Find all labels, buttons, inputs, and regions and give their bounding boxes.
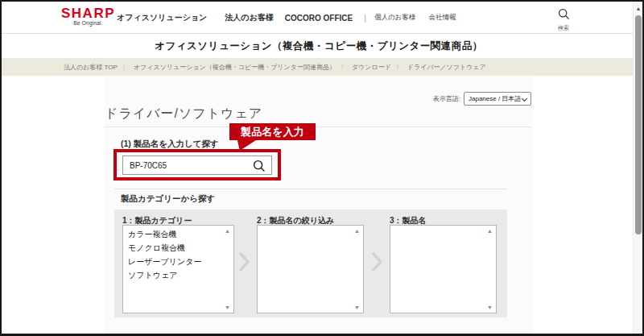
scrollbar-up-button[interactable]: ▲ <box>634 3 643 14</box>
breadcrumb: 法人のお客様 TOP 〉 オフィスソリューション（複合機・コピー機・プリンター関… <box>2 58 636 76</box>
list-option-color-mfp[interactable]: カラー複合機 <box>123 228 233 242</box>
sharp-logo[interactable]: SHARP Be Original. <box>61 7 115 26</box>
site-title: オフィスソリューション（複合機・コピー機・プリンター関連商品） <box>2 39 636 53</box>
language-selected-value: Japanese / 日本語 <box>469 95 521 102</box>
scroll-down-icon[interactable]: ▼ <box>354 305 360 310</box>
annotation-callout: 製品名を入力 <box>229 123 316 140</box>
nav-item-business-customers[interactable]: 法人のお客様 <box>225 12 273 23</box>
scroll-up-icon[interactable]: ▲ <box>225 228 230 234</box>
listbox-items: カラー複合機 モノクロ複合機 レーザープリンター ソフトウェア <box>123 228 233 283</box>
breadcrumb-link-office-solution[interactable]: オフィスソリューション（複合機・コピー機・プリンター関連商品） <box>134 63 336 72</box>
breadcrumb-separator: 〉 <box>396 63 402 72</box>
sharp-logo-tagline: Be Original. <box>61 20 115 26</box>
language-selector-row: 表示言語: Japanese / 日本語 <box>433 92 531 106</box>
main-content: 表示言語: Japanese / 日本語 ドライバー/ソフトウェア 製品名を入力… <box>105 76 533 335</box>
breadcrumb-link-download[interactable]: ダウンロード <box>352 63 391 72</box>
nav-separator: | <box>364 13 366 23</box>
scroll-down-icon[interactable]: ▼ <box>487 305 493 310</box>
nav-item-personal-customers[interactable]: 個人のお客様 <box>374 13 415 23</box>
nav-item-company-info[interactable]: 会社情報 <box>429 13 456 23</box>
search-icon <box>558 9 570 23</box>
nav-item-cocoro-office[interactable]: COCORO OFFICE <box>285 14 353 23</box>
listbox-product-name[interactable]: ▲ ▼ <box>390 225 497 313</box>
chevron-right-icon <box>238 251 250 276</box>
category-panel: 1：製品カテゴリー 2：製品名の絞り込み 3：製品名 カラー複合機 モノクロ複合… <box>114 209 507 317</box>
header-search-button[interactable]: 検索 <box>553 8 574 32</box>
annotation-highlight-box <box>114 149 281 180</box>
browser-viewport: SHARP Be Original. オフィスソリューション 法人のお客様 CO… <box>0 0 644 336</box>
page-title: ドライバー/ソフトウェア <box>105 106 262 122</box>
breadcrumb-separator: 〉 <box>341 63 347 72</box>
search-section-label: (1) 製品名を入力して探す <box>121 139 219 150</box>
list-option-software[interactable]: ソフトウェア <box>123 269 233 283</box>
sharp-logo-text: SHARP <box>61 7 115 19</box>
breadcrumb-separator: 〉 <box>122 63 129 72</box>
scroll-up-icon[interactable]: ▲ <box>487 228 493 234</box>
divider <box>114 189 507 189</box>
chevron-right-icon <box>371 251 382 276</box>
breadcrumb-link-top[interactable]: 法人のお客様 TOP <box>64 63 118 72</box>
list-option-mono-mfp[interactable]: モノクロ複合機 <box>123 242 233 255</box>
site-header: SHARP Be Original. オフィスソリューション 法人のお客様 CO… <box>2 2 633 34</box>
chevron-down-icon <box>522 96 527 102</box>
header-nav: オフィスソリューション 法人のお客様 COCORO OFFICE | 個人のお客… <box>117 2 469 34</box>
language-select[interactable]: Japanese / 日本語 <box>464 92 531 106</box>
scroll-down-icon[interactable]: ▼ <box>225 305 230 310</box>
breadcrumb-current-page: ドライバー／ソフトウェア <box>407 63 486 72</box>
page-scrollbar[interactable]: ▲ <box>633 2 642 334</box>
listbox-product-category[interactable]: カラー複合機 モノクロ複合機 レーザープリンター ソフトウェア ▲ ▼ <box>122 225 234 313</box>
listbox-product-refine[interactable]: ▲ ▼ <box>257 225 364 313</box>
scroll-up-icon[interactable]: ▲ <box>354 228 360 234</box>
divider <box>105 127 531 127</box>
list-option-laser-printer[interactable]: レーザープリンター <box>123 255 233 269</box>
nav-item-office-solution[interactable]: オフィスソリューション <box>117 12 207 23</box>
language-label: 表示言語: <box>433 94 460 103</box>
scrollbar-thumb[interactable] <box>635 15 642 234</box>
search-label: 検索 <box>553 24 574 32</box>
category-section-label: 製品カテゴリーから探す <box>121 193 215 205</box>
